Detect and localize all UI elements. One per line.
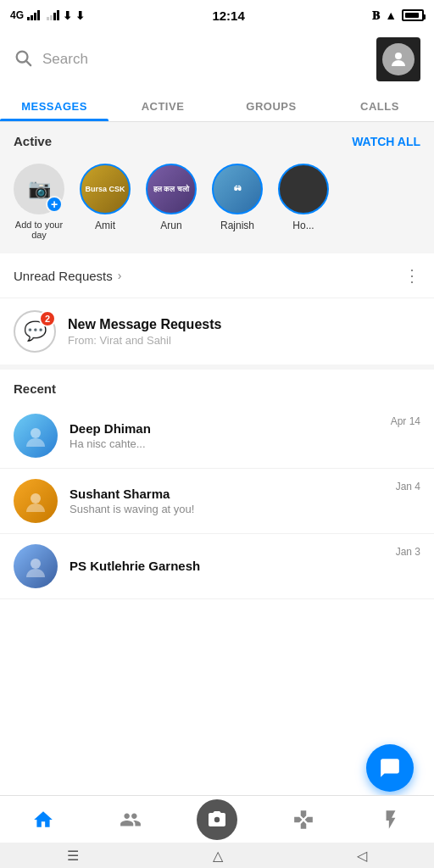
- svg-line-1: [26, 61, 31, 65]
- amit-avatar: Bursa CSK: [80, 164, 131, 214]
- recent-section-header: Recent: [0, 370, 434, 403]
- add-to-day[interactable]: 📷 + Add to your day: [14, 164, 64, 240]
- message-request-icon-wrap: 💬 2: [14, 310, 56, 353]
- add-day-circle: 📷 +: [14, 164, 64, 214]
- svg-point-2: [395, 53, 402, 59]
- active-person-arun[interactable]: हल कल चलो Arun: [146, 164, 197, 231]
- download-icon: ⬇: [63, 9, 72, 22]
- arun-avatar: हल कल चलो: [146, 164, 197, 214]
- message-request-text: New Message Requests From: Virat and Sah…: [68, 317, 221, 347]
- search-icon[interactable]: [14, 48, 32, 71]
- conversation-item-0[interactable]: Deep Dhiman Ha nisc cahte... Apr 14: [0, 403, 434, 469]
- status-right: 𝐁 ▲: [372, 8, 424, 23]
- ho-avatar-wrap: [278, 164, 329, 214]
- signal-bars: [27, 10, 40, 20]
- header: Search: [0, 31, 434, 88]
- chevron-right-icon: ›: [118, 269, 122, 282]
- status-left: 4G ⬇ ⬇: [10, 9, 85, 22]
- status-bar: 4G ⬇ ⬇ 12:14 𝐁 ▲: [0, 0, 434, 31]
- camera-icon: 📷: [28, 178, 51, 200]
- tab-active[interactable]: ACTIVE: [108, 88, 217, 121]
- bluetooth-icon: 𝐁: [372, 8, 380, 23]
- active-section-header: Active WATCH ALL: [0, 122, 434, 155]
- conv-content-0: Deep Dhiman Ha nisc cahte...: [70, 421, 379, 450]
- tab-groups[interactable]: GROUPS: [217, 88, 326, 121]
- active-person-rajnish[interactable]: 🕶 Rajnish: [212, 164, 263, 231]
- battery-icon: [402, 9, 424, 21]
- rajnish-avatar: 🕶: [212, 164, 263, 214]
- watch-all-button[interactable]: WATCH ALL: [352, 135, 420, 148]
- conv-name-2: PS Kutlehrie Garnesh: [70, 559, 384, 573]
- sushant-avatar: [14, 479, 58, 523]
- arun-avatar-wrap: हल कल चलो: [146, 164, 197, 214]
- add-day-label: Add to your day: [14, 220, 64, 240]
- search-input[interactable]: Search: [42, 51, 366, 68]
- tab-calls[interactable]: CALLS: [326, 88, 434, 121]
- conv-content-2: PS Kutlehrie Garnesh: [70, 559, 384, 575]
- ps-avatar: [14, 544, 58, 588]
- wifi-icon: ▲: [385, 8, 397, 22]
- nav-flash[interactable]: [348, 796, 434, 843]
- active-avatars-row: 📷 + Add to your day Bursa CSK Amit हल कल…: [0, 155, 434, 253]
- rajnish-avatar-wrap: 🕶: [212, 164, 263, 214]
- ho-name: Ho...: [292, 220, 314, 231]
- message-request-subtitle: From: Virat and Sahil: [68, 334, 221, 347]
- unread-left: Unread Requests ›: [14, 269, 121, 283]
- nav-people[interactable]: [86, 796, 173, 843]
- conv-msg-0: Ha nisc cahte...: [70, 437, 379, 450]
- profile-avatar-button[interactable]: [376, 37, 420, 81]
- message-request-card[interactable]: 💬 2 New Message Requests From: Virat and…: [0, 298, 434, 370]
- conv-msg-1: Sushant is waving at you!: [70, 503, 384, 515]
- active-person-amit[interactable]: Bursa CSK Amit: [80, 164, 131, 231]
- plus-badge: +: [46, 196, 63, 213]
- conv-time-1: Jan 4: [396, 479, 420, 492]
- signal-bars-2: [47, 10, 59, 20]
- unread-requests-row[interactable]: Unread Requests › ⋮: [0, 253, 434, 298]
- compose-fab[interactable]: [366, 744, 414, 792]
- active-section-title: Active: [14, 134, 52, 148]
- more-options-icon[interactable]: ⋮: [403, 265, 420, 286]
- tab-messages[interactable]: MESSAGES: [0, 88, 108, 121]
- conv-content-1: Sushant Sharma Sushant is waving at you!: [70, 487, 384, 515]
- android-back-btn[interactable]: ◁: [357, 848, 367, 864]
- ho-avatar: [278, 164, 329, 214]
- unread-title: Unread Requests: [14, 269, 113, 283]
- android-nav-bar: ☰ △ ◁: [0, 843, 434, 868]
- conv-time-0: Apr 14: [391, 414, 420, 427]
- clock: 12:14: [212, 8, 244, 23]
- svg-point-4: [31, 493, 41, 504]
- avatar: [382, 43, 415, 75]
- svg-point-5: [31, 559, 41, 569]
- conv-time-2: Jan 3: [396, 544, 420, 558]
- conv-name-1: Sushant Sharma: [70, 487, 384, 501]
- nav-camera[interactable]: [174, 796, 260, 843]
- download-icon-2: ⬇: [75, 9, 85, 22]
- conversation-item-2[interactable]: PS Kutlehrie Garnesh Jan 3: [0, 534, 434, 599]
- unread-badge: 2: [39, 310, 56, 327]
- deep-avatar: [14, 414, 58, 458]
- svg-point-3: [31, 428, 41, 438]
- amit-name: Amit: [95, 220, 115, 231]
- bottom-nav: [0, 795, 434, 843]
- amit-avatar-wrap: Bursa CSK: [80, 164, 131, 214]
- conv-name-0: Deep Dhiman: [70, 421, 379, 436]
- arun-name: Arun: [160, 220, 181, 231]
- tab-bar: MESSAGES ACTIVE GROUPS CALLS: [0, 88, 434, 122]
- network-indicator: 4G: [10, 9, 24, 21]
- android-menu-btn[interactable]: ☰: [67, 848, 79, 864]
- message-request-title: New Message Requests: [68, 317, 221, 332]
- conversation-item-1[interactable]: Sushant Sharma Sushant is waving at you!…: [0, 469, 434, 534]
- active-person-ho[interactable]: Ho...: [278, 164, 329, 231]
- nav-home[interactable]: [0, 796, 86, 843]
- android-home-btn[interactable]: △: [213, 848, 223, 864]
- nav-games[interactable]: [260, 796, 347, 843]
- rajnish-name: Rajnish: [220, 220, 254, 231]
- recent-title: Recent: [14, 381, 56, 396]
